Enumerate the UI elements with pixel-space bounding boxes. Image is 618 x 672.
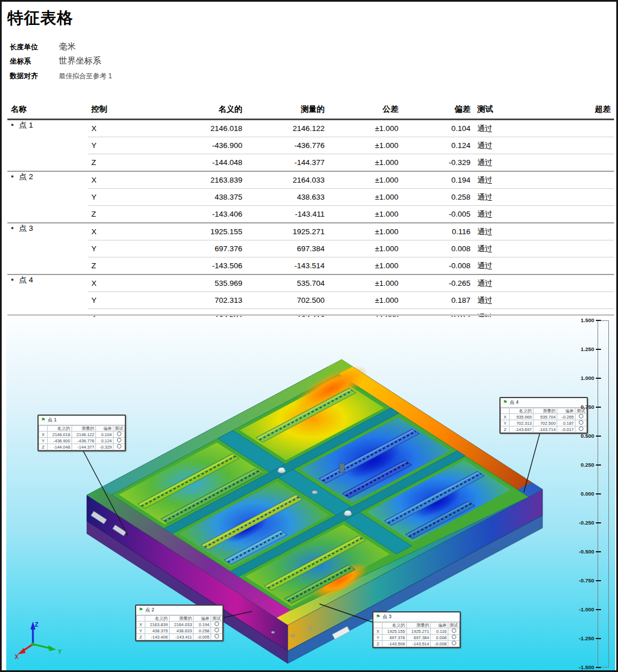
cell-measured: -143.411 (246, 206, 328, 223)
colorbar-tick-label: 0.250 (565, 462, 594, 468)
cell-nominal: 2146.018 (156, 120, 246, 137)
col-header-deviation: 偏差 (402, 102, 474, 120)
callout-table: 名义的测量的偏差测试X1925.1551925.2710.116Y697.376… (373, 622, 460, 647)
callout-axis-label: Z (137, 634, 145, 640)
colorbar-tick-mark (596, 464, 601, 466)
cell-test: 通过 (474, 120, 542, 137)
callout-test-cell (211, 634, 222, 640)
callout-value: 2146.018 (48, 432, 72, 438)
callout-col-blank (39, 426, 48, 432)
callout-axis-label: Z (374, 641, 382, 647)
cell-outtol (542, 171, 614, 189)
colorbar-tick-label: 0.500 (565, 433, 594, 439)
feature-row: ●点 2X2163.8392164.033±1.0000.194通过 (7, 171, 614, 189)
callout-axis-label: Y (39, 438, 48, 444)
callout-title: 点 1 (48, 417, 57, 422)
cell-measured: 535.704 (246, 274, 328, 292)
callout-axis-label: X (39, 432, 48, 438)
cell-outtol (542, 240, 614, 257)
feature-row: Y697.376697.384±1.0000.008通过 (7, 240, 614, 257)
cell-deviation: -0.329 (402, 154, 474, 172)
colorbar-tick-label: 0.000 (565, 491, 594, 497)
point-bullet-icon: ● (11, 277, 14, 282)
callout-value: 697.384 (406, 635, 431, 641)
callout-value: 438.375 (145, 628, 170, 634)
callout-axis-label: X (501, 414, 510, 420)
feature-row: Y-436.900-436.776±1.0000.124通过 (7, 137, 614, 154)
cell-deviation: 0.258 (402, 189, 474, 206)
cell-test: 通过 (474, 154, 542, 172)
cell-tolerance: ±1.000 (328, 154, 402, 172)
cell-measured: 702.500 (246, 292, 328, 309)
callout-value: 0.116 (431, 628, 448, 635)
cell-deviation: 0.116 (402, 223, 474, 240)
test-pass-ring-icon (215, 622, 219, 626)
cell-nominal: -436.900 (156, 137, 246, 154)
colorbar-tick-mark (596, 493, 601, 495)
point-bullet-icon: ● (11, 122, 14, 128)
colorbar-tick-label: -1.250 (565, 635, 594, 641)
col-header-measured: 测量的 (246, 102, 328, 120)
meta-value: 毫米 (58, 41, 75, 51)
callout-test-cell (575, 420, 587, 426)
callout-row: Y438.375438.6330.258 (137, 628, 222, 634)
cell-measured: 2164.033 (246, 171, 328, 189)
callout-axis-label: Y (501, 420, 510, 426)
test-pass-ring-icon (452, 635, 456, 639)
callout-value: -143.697 (510, 426, 533, 433)
cell-deviation: 0.124 (402, 137, 474, 154)
meta-label: 长度单位 (10, 43, 56, 52)
colorbar-tick-mark (596, 580, 601, 581)
cell-control: X (88, 120, 156, 137)
callout-axis-label: Z (501, 426, 510, 433)
cell-nominal: 702.313 (156, 292, 246, 309)
meta-value: 最佳拟合至参考 1 (58, 72, 112, 80)
test-pass-ring-icon (579, 426, 583, 431)
cell-tolerance: ±1.000 (328, 206, 402, 223)
test-pass-ring-icon (579, 420, 583, 425)
callout-row: Z-143.506-143.514-0.008 (374, 641, 460, 647)
axis-label-x: X (15, 654, 19, 660)
callout-value: 1925.271 (406, 628, 431, 635)
feature-table: 名称 控制 名义的 测量的 公差 偏差 测试 超差 ●点 1X2146.0182… (7, 102, 614, 326)
cell-control: Z (88, 206, 156, 223)
cell-nominal: 438.375 (156, 189, 246, 206)
callout-row: Z-143.697-143.714-0.017 (501, 426, 587, 433)
feature-row: ●点 3X1925.1551925.271±1.0000.116通过 (7, 223, 614, 240)
callout-col-header: 偏差 (431, 623, 448, 628)
callout-col-header: 名义的 (48, 426, 72, 432)
callout-value: 697.376 (382, 635, 407, 641)
cell-nominal: 2163.839 (156, 171, 246, 189)
cell-outtol (542, 223, 614, 240)
point-bullet-icon: ● (11, 174, 14, 179)
callout-row: X1925.1551925.2710.116 (374, 628, 460, 635)
callout-value: -144.377 (72, 444, 96, 450)
cell-control: Y (88, 292, 156, 309)
cell-tolerance: ±1.000 (328, 274, 402, 292)
cell-test: 通过 (474, 189, 542, 206)
feature-row: ●点 1X2146.0182146.122±1.0000.104通过 (7, 120, 614, 137)
test-pass-ring-icon (452, 628, 456, 633)
cell-tolerance: ±1.000 (328, 240, 402, 257)
point-name: 点 3 (19, 224, 33, 233)
callout-value: 702.313 (510, 420, 533, 426)
callout-header: ⚑点 3 (373, 612, 460, 622)
cell-measured: 697.384 (246, 240, 328, 257)
callout-value: 438.633 (169, 628, 194, 634)
callout-value: 0.008 (431, 635, 448, 641)
flag-icon: ⚑ (376, 614, 380, 619)
test-pass-ring-icon (215, 628, 219, 632)
callout-test-cell (113, 438, 125, 444)
cell-nominal: -143.506 (156, 257, 246, 275)
colorbar-tick-mark (596, 609, 601, 610)
callout-col-header: 测试 (113, 426, 125, 432)
callout-value: 0.187 (557, 420, 575, 426)
point-name: 点 4 (19, 276, 33, 284)
cell-control: X (88, 171, 156, 189)
cell-deviation: 0.008 (402, 240, 474, 257)
scene-3d: Z X Y (6, 317, 615, 671)
cell-deviation: 0.104 (402, 120, 474, 137)
callout-value: -0.005 (194, 634, 211, 640)
callout-value: 1925.155 (382, 628, 407, 635)
cell-test: 通过 (474, 292, 542, 309)
